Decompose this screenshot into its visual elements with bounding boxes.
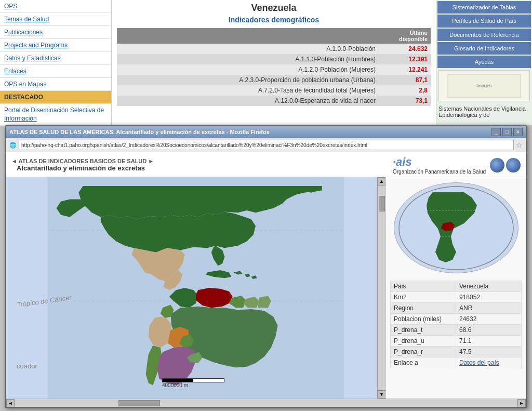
mini-map-svg: [396, 184, 516, 272]
window-controls: _ □ ✕: [491, 128, 523, 136]
table-row: Pais Venezuela: [391, 281, 522, 292]
atlas-nav-text: ◄ ATLAS DE INDICADORES BASICOS DE SALUD …: [11, 158, 154, 164]
rs-btn-documentos[interactable]: Documentos de Referencia: [437, 29, 531, 41]
scale-line: [162, 378, 224, 382]
table-row: A.12.0.0-Esperanza de vida al nacer 73,1: [117, 96, 431, 106]
sidebar-item-temas[interactable]: Temas de Salud: [0, 13, 111, 26]
scroll-thumb-v[interactable]: [379, 196, 385, 211]
map-area: Trópico de Cáncer cuador 4000000 m: [6, 177, 385, 399]
table-header-empty: [117, 28, 379, 44]
map-container[interactable]: Trópico de Cáncer cuador 4000000 m ▲ ▼: [6, 177, 385, 399]
scale-text: 4000000 m: [162, 382, 224, 388]
ecuador-label: cuador: [17, 362, 37, 370]
minimize-button[interactable]: _: [491, 128, 501, 136]
main-content-area: Venezuela Indicadores demográficos Últim…: [112, 0, 436, 125]
sidebar-item-enlaces[interactable]: Enlaces: [0, 65, 111, 78]
left-sidebar: OPS Temas de Salud Publicaciones Project…: [0, 0, 112, 125]
rs-btn-glosario[interactable]: Glosario de Indicadores: [437, 42, 531, 55]
right-sidebar: Sistematizador de Tablas Perfiles de Sal…: [436, 0, 532, 125]
globe-icons: [490, 158, 521, 173]
scroll-left-button[interactable]: ◄: [6, 399, 15, 407]
globe-icon-2: [506, 158, 521, 173]
background-page: OPS Temas de Salud Publicaciones Project…: [0, 0, 532, 125]
atlas-logo: ·ais: [393, 155, 486, 169]
scroll-down-button[interactable]: ▼: [378, 390, 386, 399]
scroll-up-button[interactable]: ▲: [378, 177, 386, 185]
sidebar-item-mapas[interactable]: OPS en Mapas: [0, 78, 111, 91]
url-bar[interactable]: [19, 140, 514, 150]
indicators-table: Último disponible A.1.0.0-Población 24.6…: [117, 28, 431, 106]
scroll-track-v[interactable]: [378, 185, 385, 390]
browser-titlebar: ATLAS DE SALUD DE LAS AMÉRICAS. Alcantar…: [6, 126, 526, 138]
globe-icon-1: [490, 158, 504, 173]
browser-body: ◄ ATLAS DE INDICADORES BASICOS DE SALUD …: [6, 152, 526, 407]
sidebar-item-destacado[interactable]: DESTACADO: [0, 91, 111, 104]
mini-map[interactable]: [394, 182, 518, 273]
table-row: Km2 918052: [391, 292, 522, 303]
americas-map[interactable]: [6, 177, 385, 399]
table-row: A.1.1.0-Población (Hombres) 12.391: [117, 54, 431, 64]
scroll-thumb-h[interactable]: [118, 400, 160, 406]
sidebar-item-portal[interactable]: Portal de Diseminación Selectiva de Info…: [0, 104, 111, 126]
country-info-table: Pais Venezuela Km2 918052 Region ANR Pob…: [390, 281, 522, 368]
info-panel: Pais Venezuela Km2 918052 Region ANR Pob…: [385, 177, 526, 399]
maximize-button[interactable]: □: [502, 128, 512, 136]
browser-window: ATLAS DE SALUD DE LAS AMÉRICAS. Alcantar…: [5, 125, 527, 408]
atlas-navigation: ◄ ATLAS DE INDICADORES BASICOS DE SALUD …: [11, 158, 154, 164]
bookmark-icon[interactable]: ☆: [516, 141, 523, 149]
table-row: A.1.2.0-Población (Mujeres) 12.241: [117, 64, 431, 75]
page-title: Venezuela: [117, 3, 431, 14]
table-row: Poblacion (miles) 24632: [391, 314, 522, 325]
table-row: P_drena_u 71.1: [391, 336, 522, 347]
rs-btn-tablas[interactable]: Sistematizador de Tablas: [437, 1, 531, 14]
atlas-logo-area: ·ais Organización Panamericana de la Sal…: [393, 155, 521, 175]
rs-surveillance-text: Sistemas Nacionales de Vigilancia Epidem…: [436, 103, 532, 120]
horizontal-scrollbar[interactable]: ◄ ►: [6, 399, 526, 407]
sidebar-item-publicaciones[interactable]: Publicaciones: [0, 26, 111, 39]
close-button[interactable]: ✕: [513, 128, 523, 136]
table-row: P_drena_r 47.5: [391, 347, 522, 357]
sidebar-item-ops[interactable]: OPS: [0, 0, 111, 13]
sidebar-item-datos[interactable]: Datos y Estadísticas: [0, 52, 111, 65]
scroll-right-button[interactable]: ►: [517, 399, 526, 407]
browser-title: ATLAS DE SALUD DE LAS AMÉRICAS. Alcantar…: [9, 129, 270, 135]
sidebar-item-projects[interactable]: Projects and Programs: [0, 39, 111, 52]
atlas-header: ◄ ATLAS DE INDICADORES BASICOS DE SALUD …: [6, 152, 526, 177]
atlas-main-content: Trópico de Cáncer cuador 4000000 m ▲ ▼: [6, 177, 526, 399]
page-icon: 🌐: [9, 142, 17, 149]
table-row: A.7.2.0-Tasa de fecundidad total (Mujere…: [117, 85, 431, 96]
scale-bar: 4000000 m: [162, 378, 224, 388]
rs-btn-perfiles[interactable]: Perfiles de Salud de País: [437, 15, 531, 27]
rs-image-area: Imagen: [438, 70, 530, 101]
table-row: A.1.0.0-Población 24.632: [117, 44, 431, 54]
rs-btn-ayudas[interactable]: Ayudas: [437, 56, 531, 68]
page-subtitle: Indicadores demográficos: [117, 16, 431, 24]
map-vertical-scrollbar[interactable]: ▲ ▼: [377, 177, 385, 399]
table-row: Enlace a Datos del país: [391, 357, 522, 368]
atlas-org-name: Organización Panamericana de la Salud: [393, 169, 486, 175]
svg-text:Imagen: Imagen: [476, 83, 492, 88]
browser-toolbar: 🌐 ☆: [6, 138, 526, 152]
scroll-track-h[interactable]: [15, 400, 517, 407]
atlas-subtitle: Alcantarillado y eliminación de excretas: [17, 164, 154, 172]
table-row: A.2.3.0-Proporción de población urbana (…: [117, 75, 431, 85]
table-row: P_drena_t 68.6: [391, 325, 522, 336]
table-header-ultimo: Último disponible: [379, 28, 431, 44]
table-row: Region ANR: [391, 303, 522, 314]
